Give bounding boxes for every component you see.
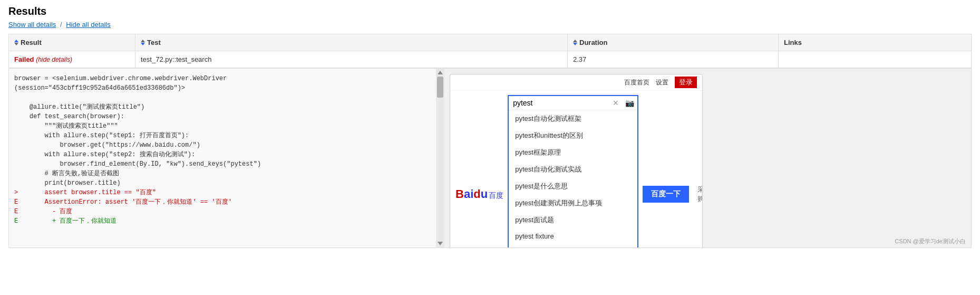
suggestion-3[interactable]: pytest自动化测试实战 (509, 161, 637, 178)
scrollbar-thumb[interactable] (437, 77, 443, 98)
page-title: Results (8, 5, 972, 17)
sort-icon-duration (573, 40, 577, 45)
suggestion-4[interactable]: pytest是什么意思 (509, 178, 637, 195)
results-table: Result Test (8, 34, 972, 248)
suggestions-dropdown: pytest自动化测试框架 pytest和unittest的区别 pytest框… (509, 110, 637, 248)
search-bar-row: Baidu百度 ✕ 📷 (450, 91, 702, 248)
search-button[interactable]: 百度一下 (643, 186, 689, 203)
show-all-details-link[interactable]: Show all details (8, 21, 56, 28)
logo-d: d (473, 187, 480, 201)
code-detail-cell: browser = <selenium.webdriver.chrome.web… (9, 68, 972, 248)
status-detail[interactable]: (hide details) (36, 56, 72, 63)
suggestion-8[interactable]: pytest前置后置 (509, 244, 637, 248)
sort-icon-test (141, 40, 145, 45)
suggestion-1[interactable]: pytest和unittest的区别 (509, 127, 637, 144)
scroll-up-arrow[interactable] (438, 71, 443, 74)
nav-homepage[interactable]: 百度首页 (624, 78, 649, 87)
details-links: Show all details / Hide all details (8, 21, 972, 28)
col-header-result[interactable]: Result (9, 34, 135, 51)
col-header-duration[interactable]: Duration (568, 34, 779, 51)
separator: / (60, 21, 62, 28)
suggestion-0[interactable]: pytest自动化测试框架 (509, 110, 637, 127)
browser-top-nav: 百度首页 设置 登录 (450, 74, 702, 91)
col-header-test[interactable]: Test (135, 34, 568, 51)
baidu-logo: Baidu百度 (455, 187, 503, 201)
extra-link-shopping[interactable]: 采购 (697, 185, 703, 204)
hide-all-details-link[interactable]: Hide all details (66, 21, 111, 28)
duration-cell: 2.37 (568, 51, 779, 68)
result-cell: Failed (hide details) (9, 51, 135, 68)
scrollbar[interactable] (436, 69, 444, 248)
browser-window: 百度首页 设置 登录 Baidu百度 (450, 74, 703, 248)
test-cell: test_72.py::test_search (135, 51, 568, 68)
search-input[interactable] (509, 96, 609, 110)
browser-screenshot-area: 百度首页 设置 登录 Baidu百度 (444, 69, 971, 248)
suggestion-2[interactable]: pytest框架原理 (509, 144, 637, 161)
logo-chinese: 百度 (489, 191, 503, 199)
code-left: browser = <selenium.webdriver.chrome.web… (9, 69, 436, 248)
suggestion-5[interactable]: pytest创建测试用例上总事项 (509, 195, 637, 212)
search-input-wrapper: ✕ 📷 pytest自动化测试框架 pytest和unittest的区别 pyt… (508, 95, 638, 248)
camera-icon[interactable]: 📷 (622, 99, 637, 107)
sort-icon-result (14, 40, 18, 45)
nav-settings[interactable]: 设置 (656, 78, 668, 87)
clear-icon[interactable]: ✕ (609, 99, 622, 107)
suggestion-6[interactable]: pytest面试题 (509, 212, 637, 229)
code-detail-row: browser = <selenium.webdriver.chrome.web… (9, 68, 972, 248)
code-line-1: browser = <selenium.webdriver.chrome.web… (14, 75, 261, 225)
logo-aidu: ai (464, 187, 473, 201)
extra-links: 采购 更多 (693, 183, 703, 206)
status-failed: Failed (14, 55, 34, 63)
copyright: CSDN @爱学习de测试小白 (895, 237, 966, 245)
links-cell (779, 51, 972, 68)
nav-login[interactable]: 登录 (675, 77, 697, 88)
logo-b: B (455, 187, 464, 201)
code-content: browser = <selenium.webdriver.chrome.web… (9, 69, 436, 241)
search-input-row: ✕ 📷 (509, 96, 637, 110)
code-block-outer: browser = <selenium.webdriver.chrome.web… (9, 68, 971, 248)
table-row: Failed (hide details) test_72.py::test_s… (9, 51, 972, 68)
col-header-links: Links (779, 34, 972, 51)
page-wrapper: Results Show all details / Hide all deta… (0, 0, 980, 295)
logo-u: u (481, 187, 488, 201)
suggestion-7[interactable]: pytest fixture (509, 229, 637, 244)
scroll-down-arrow[interactable] (438, 242, 443, 245)
